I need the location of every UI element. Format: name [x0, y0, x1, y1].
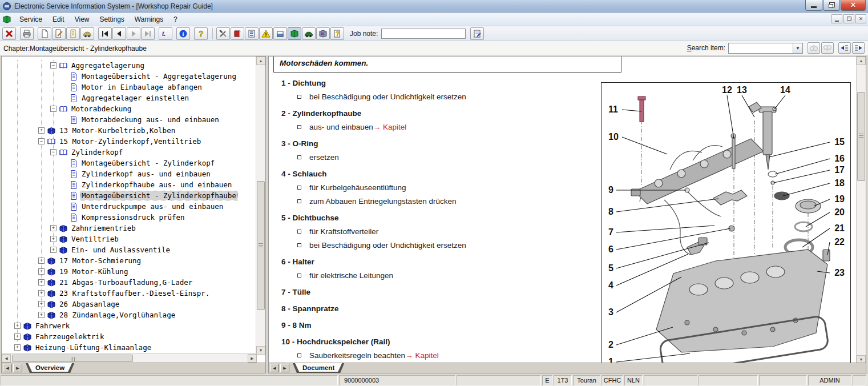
tree-item[interactable]: Kompressionsdruck prüfen	[69, 212, 186, 223]
tree-item[interactable]: +21 Abgas-Turboaufladung,G-Lader	[38, 277, 193, 288]
tree-item-label[interactable]: Zahnriementrieb	[70, 224, 137, 232]
tree-item-label[interactable]: 28 Zündanlage,Vorglühanlage	[58, 311, 176, 319]
expand-icon[interactable]: +	[14, 344, 21, 351]
expand-icon[interactable]: +	[38, 268, 45, 275]
edit-page-button[interactable]	[52, 27, 66, 40]
tree-item[interactable]: +23 Kraftstoffaufber.-Diesel-Einspr.	[38, 288, 211, 299]
scrollbar-thumb[interactable]	[12, 355, 133, 362]
tree-item-label[interactable]: Montageübersicht - Zylinderkopfhaube	[80, 191, 237, 200]
tree-item-label[interactable]: Motorabdeckung	[70, 104, 132, 113]
green-book-button[interactable]	[288, 27, 301, 40]
page-question-button[interactable]: ?	[330, 27, 344, 40]
menu-item-edit[interactable]: Edit	[47, 14, 70, 25]
tree-item-label[interactable]: Fahrwerk	[34, 321, 71, 330]
tree-horizontal-scrollbar[interactable]: ◀ ▶	[2, 353, 257, 363]
tree-item[interactable]: +26 Abgasanlage	[38, 299, 120, 309]
tree-item-label[interactable]: Motor in Einbaulage abfangen	[80, 83, 203, 91]
mdi-close-button[interactable]: ✕	[855, 14, 866, 23]
expand-icon[interactable]: +	[38, 258, 45, 264]
expand-icon[interactable]: +	[50, 236, 56, 242]
expand-icon[interactable]: +	[14, 323, 21, 329]
mdi-minimize-button[interactable]	[831, 14, 842, 23]
tree-item-label[interactable]: Fahrzeugelektrik	[34, 332, 105, 341]
first-page-button[interactable]	[98, 27, 112, 40]
expand-icon[interactable]: +	[38, 279, 45, 286]
jump-back-button[interactable]	[838, 42, 851, 54]
tree-item[interactable]: Zylinderkopfhaube aus- und einbauen	[69, 179, 233, 190]
tree-item[interactable]: Unterdruckpumpe aus- und einbauen	[69, 201, 224, 212]
menu-item-service[interactable]: Service	[14, 14, 47, 25]
collapse-icon[interactable]: −	[50, 62, 56, 69]
scroll-down-icon[interactable]: ▼	[256, 346, 265, 355]
scrollbar-thumb[interactable]	[257, 181, 265, 310]
tree-item[interactable]: Montageübersicht - Zylinderkopfhaube	[69, 190, 237, 201]
expand-icon[interactable]: +	[14, 333, 21, 340]
chapter-link[interactable]: → Kapitel	[373, 121, 407, 133]
document-vertical-scrollbar[interactable]: ▲ ▼	[856, 57, 866, 364]
tree-item[interactable]: Motorabdeckung aus- und einbauen	[69, 114, 220, 125]
expand-icon[interactable]: +	[38, 301, 45, 307]
new-page-button[interactable]	[38, 27, 51, 40]
tree-item-label[interactable]: Unterdruckpumpe aus- und einbauen	[80, 202, 224, 211]
tree-item-label[interactable]: Aggregatelagerung	[70, 61, 146, 70]
tree-item-label[interactable]: Aggregatelager einstellen	[80, 94, 190, 102]
close-button[interactable]: ✕	[841, 0, 866, 11]
tools-button[interactable]	[216, 27, 230, 40]
tree-item[interactable]: Aggregatelager einstellen	[69, 93, 190, 103]
prev-page-button[interactable]	[112, 27, 126, 40]
mdi-restore-button[interactable]	[843, 14, 854, 23]
jump-forward-button[interactable]	[852, 42, 865, 54]
tab-document[interactable]: Document	[293, 363, 344, 373]
tree-vertical-scrollbar[interactable]: ▲ ▼	[256, 57, 265, 355]
tree-item[interactable]: −15 Motor-Zylinderkopf,Ventiltrieb	[38, 136, 202, 147]
chevron-down-icon[interactable]: ▼	[793, 43, 802, 53]
scroll-right-icon[interactable]: ▶	[248, 354, 257, 363]
expand-icon[interactable]: +	[38, 290, 45, 296]
tree-item-label[interactable]: 21 Abgas-Turboaufladung,G-Lader	[58, 278, 193, 287]
vehicle-button[interactable]	[80, 27, 94, 40]
tree-item-label[interactable]: Montageübersicht - Zylinderkopf	[80, 159, 216, 167]
expand-icon[interactable]: +	[50, 225, 56, 231]
tree-item[interactable]: +17 Motor-Schmierung	[38, 255, 142, 266]
tree-item-label[interactable]: Montageübersicht - Aggregatelagerung	[80, 72, 237, 81]
tree-item[interactable]: +13 Motor-Kurbeltrieb,Kolben	[38, 125, 176, 136]
tree-item-label[interactable]: 15 Motor-Zylinderkopf,Ventiltrieb	[58, 137, 202, 146]
tree-item[interactable]: −Motorabdeckung	[50, 103, 132, 114]
tree-item[interactable]: Motor in Einbaulage abfangen	[69, 82, 203, 93]
tab-scroll-left-icon[interactable]: ◀	[3, 364, 12, 372]
tree-item-label[interactable]: Zylinderkopf aus- und einbauen	[80, 170, 212, 178]
tree-item[interactable]: −Zylinderkopf	[50, 147, 124, 158]
info-button[interactable]: i	[176, 27, 190, 40]
history-button[interactable]: t.	[159, 27, 172, 40]
tree-item[interactable]: +28 Zündanlage,Vorglühanlage	[38, 309, 176, 320]
expand-icon[interactable]: +	[38, 127, 45, 134]
bucket-button[interactable]	[273, 27, 287, 40]
doc-list-button[interactable]	[245, 27, 259, 40]
print-button[interactable]	[20, 27, 34, 40]
tree-item-label[interactable]: Kompressionsdruck prüfen	[80, 213, 186, 222]
tree-item[interactable]: +Ventiltrieb	[50, 234, 120, 244]
help-button[interactable]: ?	[194, 27, 208, 40]
scroll-up-icon[interactable]: ▲	[857, 57, 866, 65]
tree-item[interactable]: Zylinderkopf aus- und einbauen	[69, 168, 212, 179]
tree-item[interactable]: +Fahrwerk	[14, 320, 71, 331]
collapse-icon[interactable]: −	[38, 138, 45, 144]
menu-item-view[interactable]: View	[70, 14, 95, 25]
tree-item-label[interactable]: Motorabdeckung aus- und einbauen	[80, 115, 220, 124]
tree-item[interactable]: −Aggregatelagerung	[50, 60, 146, 71]
tab-scroll-right-icon[interactable]: ▶	[280, 364, 289, 372]
search-item-combobox[interactable]: ▼	[728, 43, 803, 54]
tab-scroll-left-icon[interactable]: ◀	[270, 364, 279, 372]
tree-item-label[interactable]: Ein- und Auslassventile	[70, 246, 171, 254]
tree-item[interactable]: +Heizung-Lüftung-Klimaanlage	[14, 342, 152, 353]
tree-item-label[interactable]: 19 Motor-Kühlung	[58, 267, 129, 276]
restore-button[interactable]	[823, 0, 840, 11]
chapter-link[interactable]: → Kapitel	[405, 349, 439, 361]
tree-item-label[interactable]: Ventiltrieb	[70, 235, 120, 243]
search-input[interactable]	[729, 43, 793, 53]
scroll-up-icon[interactable]: ▲	[256, 57, 265, 65]
menu-item-[interactable]: ?	[168, 14, 183, 25]
tree-item[interactable]: +19 Motor-Kühlung	[38, 266, 129, 277]
books-x-button[interactable]	[316, 27, 330, 40]
tree-item[interactable]: Montageübersicht - Zylinderkopf	[69, 158, 216, 168]
